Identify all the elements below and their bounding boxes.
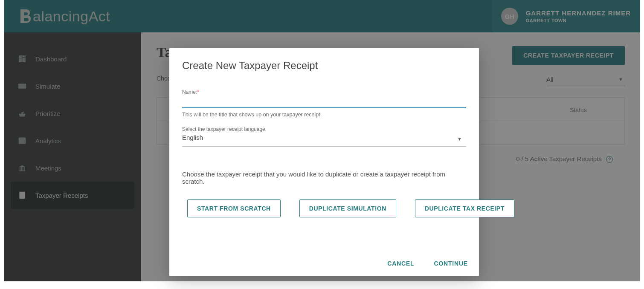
language-select[interactable]: English — [182, 134, 466, 147]
modal-title: Create New Taxpayer Receipt — [182, 60, 466, 72]
create-receipt-modal: Create New Taxpayer Receipt Name:* This … — [169, 48, 479, 276]
modal-prompt: Choose the taxpayer receipt that you wou… — [182, 171, 466, 185]
name-hint: This will be the title that shows up on … — [182, 112, 466, 118]
modal-actions: CANCEL CONTINUE — [387, 260, 468, 267]
language-label: Select the taxpayer receipt language: — [182, 126, 466, 132]
name-label: Name: — [182, 89, 197, 95]
duplicate-simulation-button[interactable]: DUPLICATE SIMULATION — [299, 199, 396, 217]
start-from-scratch-button[interactable]: START FROM SCRATCH — [187, 199, 281, 217]
duplicate-tax-receipt-button[interactable]: DUPLICATE TAX RECEIPT — [415, 199, 514, 217]
continue-button[interactable]: CONTINUE — [434, 260, 468, 267]
name-input[interactable] — [182, 96, 466, 108]
creation-options: START FROM SCRATCH DUPLICATE SIMULATION … — [182, 199, 466, 217]
cancel-button[interactable]: CANCEL — [387, 260, 414, 267]
required-asterisk: * — [197, 89, 199, 95]
